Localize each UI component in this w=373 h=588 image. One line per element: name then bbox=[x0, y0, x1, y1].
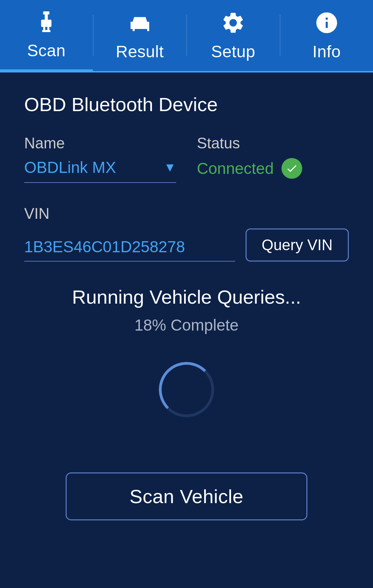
gear-icon bbox=[221, 10, 246, 39]
name-label: Name bbox=[24, 135, 176, 152]
svg-rect-0 bbox=[43, 11, 49, 14]
scanning-section: Running Vehicle Queries... 18% Complete bbox=[24, 286, 349, 452]
main-content: OBD Bluetooth Device Name OBDLink MX ▼ S… bbox=[0, 72, 373, 541]
tab-scan-label: Scan bbox=[27, 41, 66, 60]
connected-icon bbox=[281, 158, 302, 179]
tab-setup-label: Setup bbox=[211, 42, 255, 61]
status-row: Connected bbox=[197, 158, 349, 184]
tab-scan[interactable]: Scan bbox=[0, 0, 93, 71]
device-select[interactable]: OBDLink MX ▼ bbox=[24, 158, 176, 183]
name-group: Name OBDLink MX ▼ bbox=[24, 135, 176, 183]
svg-rect-4 bbox=[47, 27, 49, 30]
tab-bar: Scan Result Setup Info bbox=[0, 0, 373, 72]
section-title: OBD Bluetooth Device bbox=[24, 93, 349, 116]
svg-rect-2 bbox=[41, 20, 51, 27]
tab-info-label: Info bbox=[313, 42, 341, 61]
car-icon bbox=[127, 10, 152, 39]
spinner-ring bbox=[159, 362, 214, 417]
tab-result-label: Result bbox=[116, 42, 164, 61]
tab-info[interactable]: Info bbox=[280, 0, 373, 71]
scanning-subtitle: 18% Complete bbox=[134, 316, 239, 334]
scanning-title: Running Vehicle Queries... bbox=[72, 286, 301, 308]
device-row: Name OBDLink MX ▼ Status Connected bbox=[24, 135, 349, 184]
vin-label: VIN bbox=[24, 205, 349, 222]
chevron-down-icon: ▼ bbox=[164, 160, 176, 175]
tab-setup[interactable]: Setup bbox=[187, 0, 280, 71]
status-text: Connected bbox=[197, 159, 274, 178]
vin-input[interactable] bbox=[24, 237, 235, 262]
status-label: Status bbox=[197, 135, 349, 152]
usb-icon bbox=[34, 9, 59, 38]
info-icon bbox=[314, 10, 339, 39]
loading-spinner bbox=[159, 362, 214, 417]
scan-vehicle-button[interactable]: Scan Vehicle bbox=[66, 472, 307, 520]
status-group: Status Connected bbox=[197, 135, 349, 184]
tab-result[interactable]: Result bbox=[94, 0, 186, 71]
svg-rect-5 bbox=[42, 30, 50, 32]
vin-section: VIN Query VIN bbox=[24, 205, 349, 262]
device-name-value: OBDLink MX bbox=[24, 158, 116, 177]
svg-rect-3 bbox=[43, 27, 45, 30]
vin-input-group bbox=[24, 237, 235, 262]
vin-row: Query VIN bbox=[24, 228, 349, 262]
query-vin-button[interactable]: Query VIN bbox=[246, 228, 349, 262]
